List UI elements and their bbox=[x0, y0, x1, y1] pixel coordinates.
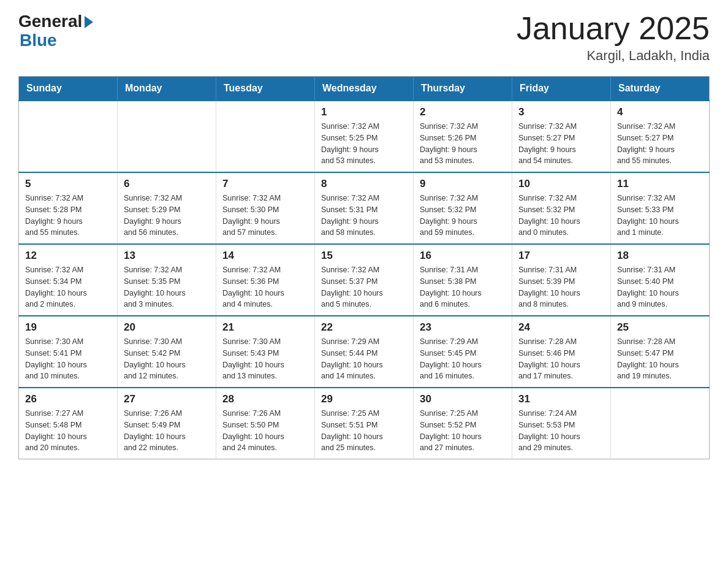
calendar-cell: 8Sunrise: 7:32 AM Sunset: 5:31 PM Daylig… bbox=[315, 172, 414, 244]
day-info: Sunrise: 7:27 AM Sunset: 5:48 PM Dayligh… bbox=[25, 408, 111, 454]
day-number: 19 bbox=[25, 321, 111, 334]
logo-general-label: General bbox=[18, 12, 82, 31]
calendar-cell bbox=[19, 101, 118, 172]
weekday-header-thursday: Thursday bbox=[414, 77, 512, 101]
day-info: Sunrise: 7:30 AM Sunset: 5:41 PM Dayligh… bbox=[25, 336, 111, 382]
day-number: 23 bbox=[420, 321, 506, 334]
day-info: Sunrise: 7:32 AM Sunset: 5:32 PM Dayligh… bbox=[518, 193, 604, 239]
calendar-cell bbox=[611, 388, 710, 459]
page-header: General Blue January 2025 Kargil, Ladakh… bbox=[18, 12, 710, 64]
day-number: 20 bbox=[124, 321, 210, 334]
calendar-header-row: SundayMondayTuesdayWednesdayThursdayFrid… bbox=[19, 77, 710, 101]
day-info: Sunrise: 7:24 AM Sunset: 5:53 PM Dayligh… bbox=[518, 408, 604, 454]
day-info: Sunrise: 7:31 AM Sunset: 5:40 PM Dayligh… bbox=[617, 264, 703, 310]
day-number: 22 bbox=[321, 321, 407, 334]
day-number: 14 bbox=[222, 250, 308, 262]
weekday-header-wednesday: Wednesday bbox=[315, 77, 414, 101]
day-info: Sunrise: 7:32 AM Sunset: 5:27 PM Dayligh… bbox=[617, 121, 703, 167]
calendar-cell: 5Sunrise: 7:32 AM Sunset: 5:28 PM Daylig… bbox=[19, 172, 118, 244]
calendar-cell: 30Sunrise: 7:25 AM Sunset: 5:52 PM Dayli… bbox=[414, 388, 512, 459]
day-info: Sunrise: 7:32 AM Sunset: 5:28 PM Dayligh… bbox=[25, 193, 111, 239]
logo-general-text: General bbox=[18, 12, 93, 31]
day-info: Sunrise: 7:28 AM Sunset: 5:47 PM Dayligh… bbox=[617, 336, 703, 382]
calendar-cell: 13Sunrise: 7:32 AM Sunset: 5:35 PM Dayli… bbox=[118, 244, 216, 316]
day-number: 24 bbox=[518, 321, 604, 334]
day-info: Sunrise: 7:32 AM Sunset: 5:34 PM Dayligh… bbox=[25, 264, 111, 310]
calendar-cell: 6Sunrise: 7:32 AM Sunset: 5:29 PM Daylig… bbox=[118, 172, 216, 244]
calendar-cell: 31Sunrise: 7:24 AM Sunset: 5:53 PM Dayli… bbox=[512, 388, 611, 459]
calendar-cell: 10Sunrise: 7:32 AM Sunset: 5:32 PM Dayli… bbox=[512, 172, 611, 244]
logo-arrow-icon bbox=[85, 16, 93, 28]
calendar-cell: 14Sunrise: 7:32 AM Sunset: 5:36 PM Dayli… bbox=[216, 244, 315, 316]
day-number: 6 bbox=[124, 178, 210, 190]
calendar-cell: 29Sunrise: 7:25 AM Sunset: 5:51 PM Dayli… bbox=[315, 388, 414, 459]
weekday-header-monday: Monday bbox=[118, 77, 216, 101]
calendar-cell: 1Sunrise: 7:32 AM Sunset: 5:25 PM Daylig… bbox=[315, 101, 414, 172]
day-number: 15 bbox=[321, 250, 407, 262]
calendar-week-row: 19Sunrise: 7:30 AM Sunset: 5:41 PM Dayli… bbox=[19, 316, 710, 388]
day-info: Sunrise: 7:32 AM Sunset: 5:25 PM Dayligh… bbox=[321, 121, 407, 167]
calendar-cell: 3Sunrise: 7:32 AM Sunset: 5:27 PM Daylig… bbox=[512, 101, 611, 172]
day-number: 30 bbox=[420, 393, 506, 405]
day-number: 29 bbox=[321, 393, 407, 405]
day-number: 2 bbox=[420, 106, 506, 118]
title-block: January 2025 Kargil, Ladakh, India bbox=[517, 12, 710, 64]
calendar-cell: 22Sunrise: 7:29 AM Sunset: 5:44 PM Dayli… bbox=[315, 316, 414, 388]
day-number: 27 bbox=[124, 393, 210, 405]
day-info: Sunrise: 7:32 AM Sunset: 5:30 PM Dayligh… bbox=[222, 193, 308, 239]
weekday-header-friday: Friday bbox=[512, 77, 611, 101]
day-number: 4 bbox=[617, 106, 703, 118]
day-number: 31 bbox=[518, 393, 604, 405]
location-title: Kargil, Ladakh, India bbox=[517, 48, 710, 64]
calendar-table: SundayMondayTuesdayWednesdayThursdayFrid… bbox=[18, 76, 710, 459]
calendar-cell: 16Sunrise: 7:31 AM Sunset: 5:38 PM Dayli… bbox=[414, 244, 512, 316]
calendar-week-row: 5Sunrise: 7:32 AM Sunset: 5:28 PM Daylig… bbox=[19, 172, 710, 244]
day-number: 18 bbox=[617, 250, 703, 262]
day-info: Sunrise: 7:32 AM Sunset: 5:37 PM Dayligh… bbox=[321, 264, 407, 310]
day-info: Sunrise: 7:26 AM Sunset: 5:50 PM Dayligh… bbox=[222, 408, 308, 454]
month-title: January 2025 bbox=[517, 12, 710, 44]
day-info: Sunrise: 7:31 AM Sunset: 5:38 PM Dayligh… bbox=[420, 264, 506, 310]
calendar-cell: 24Sunrise: 7:28 AM Sunset: 5:46 PM Dayli… bbox=[512, 316, 611, 388]
day-info: Sunrise: 7:32 AM Sunset: 5:32 PM Dayligh… bbox=[420, 193, 506, 239]
calendar-cell bbox=[118, 101, 216, 172]
calendar-cell: 28Sunrise: 7:26 AM Sunset: 5:50 PM Dayli… bbox=[216, 388, 315, 459]
calendar-cell bbox=[216, 101, 315, 172]
logo: General Blue bbox=[18, 12, 93, 50]
day-info: Sunrise: 7:32 AM Sunset: 5:36 PM Dayligh… bbox=[222, 264, 308, 310]
calendar-cell: 15Sunrise: 7:32 AM Sunset: 5:37 PM Dayli… bbox=[315, 244, 414, 316]
day-number: 5 bbox=[25, 178, 111, 190]
calendar-cell: 18Sunrise: 7:31 AM Sunset: 5:40 PM Dayli… bbox=[611, 244, 710, 316]
weekday-header-sunday: Sunday bbox=[19, 77, 118, 101]
day-number: 13 bbox=[124, 250, 210, 262]
day-info: Sunrise: 7:32 AM Sunset: 5:26 PM Dayligh… bbox=[420, 121, 506, 167]
calendar-cell: 2Sunrise: 7:32 AM Sunset: 5:26 PM Daylig… bbox=[414, 101, 512, 172]
day-number: 9 bbox=[420, 178, 506, 190]
day-number: 11 bbox=[617, 178, 703, 190]
day-info: Sunrise: 7:32 AM Sunset: 5:33 PM Dayligh… bbox=[617, 193, 703, 239]
day-number: 21 bbox=[222, 321, 308, 334]
calendar-cell: 17Sunrise: 7:31 AM Sunset: 5:39 PM Dayli… bbox=[512, 244, 611, 316]
calendar-cell: 27Sunrise: 7:26 AM Sunset: 5:49 PM Dayli… bbox=[118, 388, 216, 459]
calendar-cell: 7Sunrise: 7:32 AM Sunset: 5:30 PM Daylig… bbox=[216, 172, 315, 244]
calendar-cell: 11Sunrise: 7:32 AM Sunset: 5:33 PM Dayli… bbox=[611, 172, 710, 244]
day-number: 25 bbox=[617, 321, 703, 334]
weekday-header-tuesday: Tuesday bbox=[216, 77, 315, 101]
day-number: 12 bbox=[25, 250, 111, 262]
day-info: Sunrise: 7:29 AM Sunset: 5:45 PM Dayligh… bbox=[420, 336, 506, 382]
day-info: Sunrise: 7:28 AM Sunset: 5:46 PM Dayligh… bbox=[518, 336, 604, 382]
day-info: Sunrise: 7:29 AM Sunset: 5:44 PM Dayligh… bbox=[321, 336, 407, 382]
calendar-week-row: 12Sunrise: 7:32 AM Sunset: 5:34 PM Dayli… bbox=[19, 244, 710, 316]
day-info: Sunrise: 7:25 AM Sunset: 5:52 PM Dayligh… bbox=[420, 408, 506, 454]
day-info: Sunrise: 7:30 AM Sunset: 5:42 PM Dayligh… bbox=[124, 336, 210, 382]
calendar-cell: 20Sunrise: 7:30 AM Sunset: 5:42 PM Dayli… bbox=[118, 316, 216, 388]
day-number: 16 bbox=[420, 250, 506, 262]
day-number: 3 bbox=[518, 106, 604, 118]
day-info: Sunrise: 7:32 AM Sunset: 5:27 PM Dayligh… bbox=[518, 121, 604, 167]
day-info: Sunrise: 7:26 AM Sunset: 5:49 PM Dayligh… bbox=[124, 408, 210, 454]
day-info: Sunrise: 7:32 AM Sunset: 5:31 PM Dayligh… bbox=[321, 193, 407, 239]
weekday-header-saturday: Saturday bbox=[611, 77, 710, 101]
day-number: 8 bbox=[321, 178, 407, 190]
day-number: 26 bbox=[25, 393, 111, 405]
calendar-cell: 23Sunrise: 7:29 AM Sunset: 5:45 PM Dayli… bbox=[414, 316, 512, 388]
